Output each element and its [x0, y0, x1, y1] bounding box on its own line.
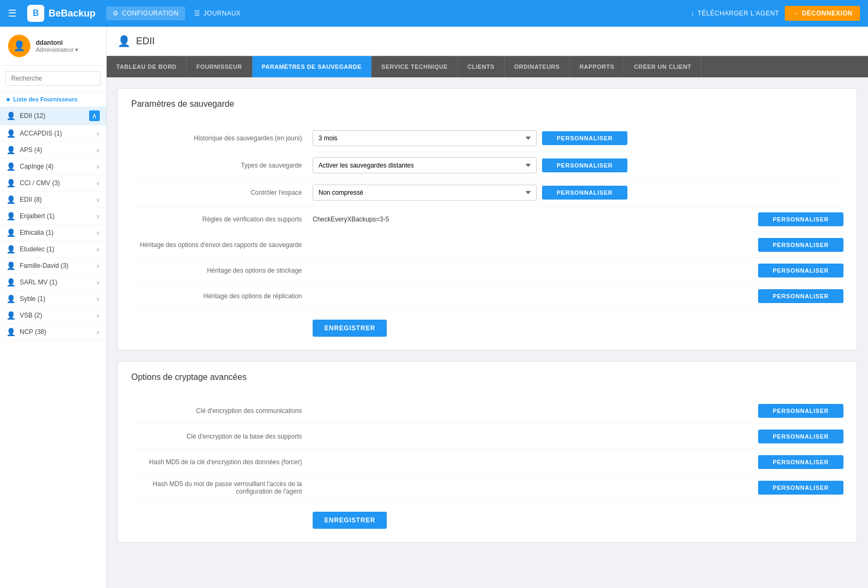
personnaliser-historique-button[interactable]: PERSONNALISER [542, 131, 627, 145]
tab-fournisseur[interactable]: FOURNISSEUR [187, 56, 252, 77]
personnaliser-heritage-stockage-button[interactable]: PERSONNALISER [758, 264, 843, 277]
sidebar-item-etudelec[interactable]: 👤 Etudelec (1) ∨ [0, 241, 106, 258]
label-heritage-replication: Héritage des options de réplication [131, 292, 313, 300]
top-right-actions: ↓ TÉLÉCHARGER L'AGENT → DÉCONNEXION [691, 6, 860, 21]
sidebar-item-edii[interactable]: 👤 EDII (8) ∨ [0, 192, 106, 208]
row-hash-md5-forcer: Hash MD5 de la clé d'encryption des donn… [131, 449, 843, 475]
control-cle-base: PERSONNALISER [313, 430, 843, 443]
sidebar: 👤 ddantoni Administrateur ■ Liste des Fo… [0, 27, 107, 588]
config-icon: ⚙ [113, 10, 119, 17]
personnaliser-controler-button[interactable]: PERSONNALISER [542, 186, 627, 200]
enregistrer-button-1[interactable]: ENREGISTRER [313, 320, 387, 337]
sidebar-item-edii-active[interactable]: 👤 EDII (12) ∧ [0, 107, 106, 125]
sidebar-item-ethicalia[interactable]: 👤 Ethicalia (1) ∨ [0, 225, 106, 241]
chevron-icon: ∨ [96, 213, 100, 219]
user-name: ddantoni [36, 39, 78, 46]
person-icon: 👤 [6, 228, 15, 237]
section-parametres-sauvegarde: Paramètres de sauvegarde Historique des … [117, 88, 857, 351]
control-hash-md5-forcer: PERSONNALISER [313, 455, 843, 469]
select-historique[interactable]: 3 mois 6 mois 1 an 2 ans [313, 130, 537, 146]
app-name: BeBackup [49, 8, 95, 19]
sidebar-item-famille-david[interactable]: 👤 Famille-David (3) ∨ [0, 258, 106, 274]
tab-creer-client[interactable]: CRÉER UN CLIENT [624, 56, 702, 77]
label-cle-base: Clé d'encryption de la base des supports [131, 433, 313, 440]
label-historique: Historique des sauvegardes (en jours) [131, 134, 313, 142]
control-heritage-stockage: PERSONNALISER [313, 264, 843, 277]
person-icon: 👤 [6, 179, 15, 187]
sidebar-item-aps[interactable]: 👤 APS (4) ∨ [0, 142, 106, 158]
personnaliser-hash-md5-forcer-button[interactable]: PERSONNALISER [758, 455, 843, 469]
label-regles: Règles de vérification des supports [131, 216, 313, 223]
tabs-bar: TABLEAU DE BORD FOURNISSEUR PARAMÈTRES D… [107, 56, 868, 77]
person-icon: 👤 [6, 328, 15, 336]
row-types: Types de sauvegarde Activer les sauvegar… [131, 152, 843, 179]
avatar-letter: 👤 [13, 40, 25, 52]
hamburger-menu[interactable]: ☰ [8, 7, 17, 19]
person-icon: 👤 [6, 311, 15, 320]
label-controler: Contrôler l'espace [131, 189, 313, 196]
sidebar-item-capinge[interactable]: 👤 CapInge (4) ∨ [0, 158, 106, 175]
control-types: Activer les sauvegardes distantes Sauveg… [313, 157, 843, 173]
chevron-icon: ∨ [96, 296, 100, 302]
sidebar-item-enjalbert[interactable]: 👤 Enjalbert (1) ∨ [0, 208, 106, 225]
row-heritage-replication: Héritage des options de réplication PERS… [131, 283, 843, 309]
tab-ordinateurs[interactable]: ORDINATEURS [505, 56, 570, 77]
personnaliser-heritage-rapports-button[interactable]: PERSONNALISER [758, 238, 843, 252]
personnaliser-cle-base-button[interactable]: PERSONNALISER [758, 430, 843, 443]
collapse-button[interactable]: ∧ [89, 110, 100, 121]
chevron-icon: ∨ [96, 247, 100, 252]
label-hash-md5-verrou: Hash MD5 du mot de passe verrouillant l'… [131, 480, 313, 495]
nav-journaux[interactable]: ☰ JOURNAUX [188, 6, 248, 20]
user-role[interactable]: Administrateur [36, 46, 78, 53]
sidebar-section-title: ■ Liste des Fournisseurs [0, 92, 106, 107]
chevron-icon: ∨ [96, 329, 100, 335]
top-navigation: ☰ B BeBackup ⚙ CONFIGURATION ☰ JOURNAUX … [0, 0, 868, 27]
control-controler: Non compressé Compressé PERSONNALISER [313, 185, 843, 201]
person-icon: 👤 [6, 261, 15, 270]
row-regles: Règles de vérification des supports Chec… [131, 206, 843, 232]
app-logo[interactable]: B BeBackup [27, 5, 95, 22]
label-cle-comm: Clé d'encryption des communications [131, 407, 313, 415]
label-heritage-stockage: Héritage des options de stockage [131, 267, 313, 274]
personnaliser-types-button[interactable]: PERSONNALISER [542, 158, 627, 172]
section1-title: Paramètres de sauvegarde [131, 99, 843, 114]
person-icon: 👤 [6, 146, 15, 154]
personnaliser-regles-button[interactable]: PERSONNALISER [758, 212, 843, 226]
enregistrer-button-2[interactable]: ENREGISTRER [313, 512, 387, 529]
personnaliser-cle-comm-button[interactable]: PERSONNALISER [758, 404, 843, 418]
nav-configuration[interactable]: ⚙ CONFIGURATION [106, 6, 185, 20]
sidebar-item-syble[interactable]: 👤 Syble (1) ∨ [0, 291, 106, 307]
sidebar-item-ncp[interactable]: 👤 NCP (38) ∨ [0, 324, 106, 340]
sidebar-item-sarl-mv[interactable]: 👤 SARL MV (1) ∨ [0, 274, 106, 291]
control-heritage-rapports: PERSONNALISER [313, 238, 843, 252]
tab-rapports[interactable]: RAPPORTS [570, 56, 624, 77]
control-historique: 3 mois 6 mois 1 an 2 ans PERSONNALISER [313, 130, 843, 146]
download-agent-button[interactable]: ↓ TÉLÉCHARGER L'AGENT [691, 10, 779, 17]
tab-tableau-de-bord[interactable]: TABLEAU DE BORD [107, 56, 187, 77]
select-types[interactable]: Activer les sauvegardes distantes Sauveg… [313, 157, 537, 173]
tab-parametres-sauvegarde[interactable]: PARAMÈTRES DE SAUVEGARDE [252, 56, 372, 77]
control-heritage-replication: PERSONNALISER [313, 289, 843, 303]
tab-service-technique[interactable]: SERVICE TECHNIQUE [372, 56, 458, 77]
save-row-1: ENREGISTRER [131, 309, 843, 339]
sidebar-item-vsb[interactable]: 👤 VSB (2) ∨ [0, 307, 106, 324]
personnaliser-heritage-replication-button[interactable]: PERSONNALISER [758, 289, 843, 303]
logout-button[interactable]: → DÉCONNEXION [785, 6, 860, 21]
content-area: Paramètres de sauvegarde Historique des … [107, 77, 868, 564]
personnaliser-hash-md5-verrou-button[interactable]: PERSONNALISER [758, 481, 843, 495]
sidebar-item-cci-cmv[interactable]: 👤 CCI / CMV (3) ∨ [0, 175, 106, 192]
person-icon: 👤 [6, 162, 15, 171]
select-controler[interactable]: Non compressé Compressé [313, 185, 537, 201]
sidebar-search [0, 66, 106, 92]
row-heritage-rapports: Héritage des options d'envoi des rapport… [131, 232, 843, 258]
value-regles: CheckEveryXBackups=3-5 [313, 216, 753, 223]
chevron-icon: ∨ [96, 147, 100, 153]
sidebar-item-accapdis[interactable]: 👤 ACCAPDIS (1) ∨ [0, 125, 106, 142]
row-historique: Historique des sauvegardes (en jours) 3 … [131, 125, 843, 152]
download-icon: ↓ [691, 10, 695, 17]
label-hash-md5-forcer: Hash MD5 de la clé d'encryption des donn… [131, 458, 313, 466]
search-input[interactable] [5, 71, 101, 86]
tab-clients[interactable]: CLIENTS [458, 56, 505, 77]
row-cle-comm: Clé d'encryption des communications PERS… [131, 398, 843, 424]
logo-icon: B [27, 5, 44, 22]
